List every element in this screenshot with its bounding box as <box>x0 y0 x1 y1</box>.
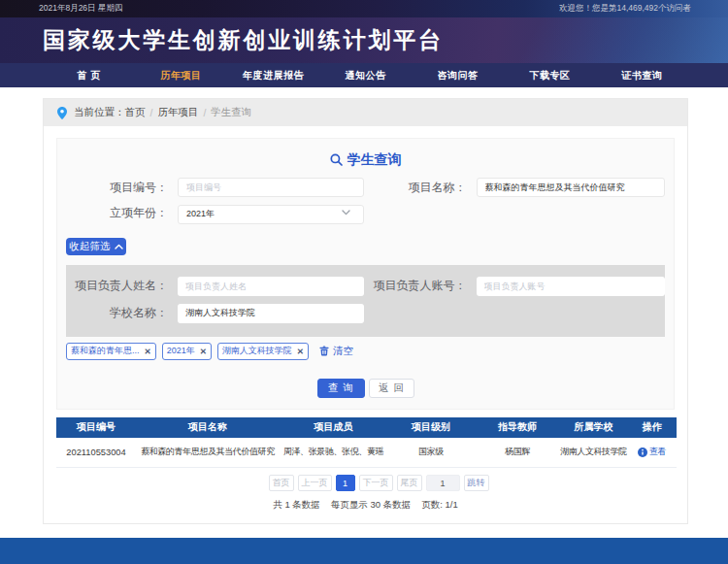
location-pin-icon <box>57 107 67 119</box>
view-detail-label: 查看 <box>649 446 666 458</box>
leader-name-label: 项目负责人姓名： <box>66 278 168 294</box>
form-cell: 项目负责人账号： <box>366 277 666 296</box>
col-header-members: 项目成员 <box>280 417 387 438</box>
page-prev-button[interactable]: 上一页 <box>298 475 332 491</box>
topbar-welcome: 欢迎您！您是第14,469,492个访问者 <box>559 3 691 15</box>
trash-icon <box>319 346 329 356</box>
page-first-button[interactable]: 首页 <box>269 475 294 491</box>
filter-tag-1: 2021年✕ <box>162 343 212 360</box>
form-cell: 项目名称： <box>366 178 666 197</box>
nav-item-3[interactable]: 通知公告 <box>319 63 412 87</box>
year-label: 立项年份： <box>66 205 168 221</box>
year-select[interactable] <box>178 203 364 224</box>
project-code-input[interactable] <box>178 178 364 197</box>
school-name-label: 学校名称： <box>66 305 168 321</box>
col-header-school: 所属学校 <box>560 417 627 438</box>
table-header-row: 项目编号 项目名称 项目成员 项目级别 指导教师 所属学校 操作 <box>56 417 677 438</box>
table-row: 202110553004 蔡和森的青年思想及其当代价值研究 周泽、张景驰、张倪、… <box>56 438 677 468</box>
col-header-name: 项目名称 <box>136 417 280 438</box>
advanced-filter-panel: 项目负责人姓名： 项目负责人账号： 学校名称： <box>66 265 665 337</box>
form-row: 项目负责人姓名： 项目负责人账号： <box>66 277 665 296</box>
nav-item-5[interactable]: 下载专区 <box>504 63 596 87</box>
form-cell: 立项年份： <box>66 203 366 224</box>
nav-item-2[interactable]: 年度进展报告 <box>227 63 319 87</box>
form-cell-empty <box>366 203 666 224</box>
cell-school: 湖南人文科技学院 <box>560 438 627 468</box>
info-icon <box>638 448 647 457</box>
content-inner: 学生查询 项目编号： 项目名称： 立项年份： <box>44 126 687 512</box>
chevron-up-icon <box>115 244 123 249</box>
form-row: 立项年份： <box>66 203 665 224</box>
nav-item-1[interactable]: 历年项目 <box>135 63 227 87</box>
tag-close-icon[interactable]: ✕ <box>145 347 151 356</box>
clear-filters-label: 清空 <box>333 345 353 358</box>
search-card: 学生查询 项目编号： 项目名称： 立项年份： <box>56 138 675 410</box>
site-title: 国家级大学生创新创业训练计划平台 <box>43 25 444 55</box>
col-header-action: 操作 <box>627 417 677 438</box>
view-detail-link[interactable]: 查看 <box>638 446 666 458</box>
school-name-input[interactable] <box>178 304 364 323</box>
filter-tags-row: 蔡和森的青年思...✕2021年✕湖南人文科技学院✕ 清空 <box>66 343 665 360</box>
page-jump-button[interactable]: 跳转 <box>464 475 489 491</box>
page-current-button[interactable]: 1 <box>336 475 355 491</box>
clear-filters-button[interactable]: 清空 <box>319 345 353 358</box>
breadcrumb-section[interactable]: 历年项目 <box>157 106 198 119</box>
footer <box>0 538 728 564</box>
pagination: 首页 上一页 1 下一页 尾页 跳转 <box>56 475 675 491</box>
topbar: 2021年8月26日 星期四 欢迎您！您是第14,469,492个访问者 <box>0 0 728 17</box>
nav-item-0[interactable]: 首 页 <box>43 63 135 87</box>
collapse-filter-label: 收起筛选 <box>70 240 111 253</box>
form-row: 学校名称： <box>66 304 665 323</box>
form-actions: 查询 返回 <box>66 379 665 398</box>
stat-pages: 页数: 1/1 <box>421 499 458 512</box>
project-name-label: 项目名称： <box>366 180 467 196</box>
search-title-text: 学生查询 <box>347 151 402 169</box>
page-next-button[interactable]: 下一页 <box>359 475 393 491</box>
tag-close-icon[interactable]: ✕ <box>200 347 207 356</box>
leader-account-input[interactable] <box>477 277 666 296</box>
cell-members: 周泽、张景驰、张倪、黄瑶 <box>280 438 387 468</box>
breadcrumb-current: 学生查询 <box>211 106 251 119</box>
nav-item-6[interactable]: 证书查询 <box>596 63 688 87</box>
nav-items: 首 页历年项目年度进展报告通知公告咨询问答下载专区证书查询 <box>43 63 688 87</box>
stat-pagesize: 每页显示 30 条数据 <box>331 499 411 512</box>
page-jump-input[interactable] <box>426 475 460 491</box>
page-last-button[interactable]: 尾页 <box>397 475 422 491</box>
cell-teacher: 杨国辉 <box>475 438 560 468</box>
tag-close-icon[interactable]: ✕ <box>297 347 304 356</box>
year-select-value[interactable] <box>178 205 364 224</box>
search-icon <box>330 153 343 166</box>
breadcrumb-prefix: 当前位置： <box>74 106 125 119</box>
breadcrumb-separator: / <box>150 107 153 118</box>
page: 2021年8月26日 星期四 欢迎您！您是第14,469,492个访问者 国家级… <box>0 0 728 564</box>
leader-name-input[interactable] <box>178 277 364 296</box>
stat-total: 共 1 条数据 <box>273 499 320 512</box>
col-header-code: 项目编号 <box>56 417 136 438</box>
cell-level: 国家级 <box>387 438 475 468</box>
footer-gap <box>0 524 728 538</box>
breadcrumb-home[interactable]: 首页 <box>125 106 146 119</box>
form-cell: 项目编号： <box>66 178 366 197</box>
leader-account-label: 项目负责人账号： <box>366 278 467 294</box>
back-button[interactable]: 返回 <box>369 379 414 398</box>
chevron-down-icon <box>342 210 350 216</box>
col-header-teacher: 指导教师 <box>475 417 560 438</box>
cell-project-code: 202110553004 <box>56 438 136 468</box>
project-code-label: 项目编号： <box>66 180 168 196</box>
filter-tag-label: 蔡和森的青年思... <box>71 345 140 357</box>
collapse-filter-button[interactable]: 收起筛选 <box>66 238 126 255</box>
search-title: 学生查询 <box>66 151 665 168</box>
project-name-input[interactable] <box>477 178 666 197</box>
query-button[interactable]: 查询 <box>317 379 365 398</box>
breadcrumb: 当前位置：首页 / 历年项目 / 学生查询 <box>44 99 687 126</box>
breadcrumb-separator: / <box>203 107 206 118</box>
nav-item-4[interactable]: 咨询问答 <box>412 63 504 87</box>
form-cell: 项目负责人姓名： <box>66 277 366 296</box>
main-nav: 首 页历年项目年度进展报告通知公告咨询问答下载专区证书查询 <box>0 63 728 87</box>
content-container: 当前位置：首页 / 历年项目 / 学生查询 学生查询 项目编号： <box>43 98 688 524</box>
form-row: 项目编号： 项目名称： <box>66 178 665 197</box>
filter-tag-label: 2021年 <box>167 345 195 357</box>
filter-tag-label: 湖南人文科技学院 <box>222 345 292 357</box>
cell-project-name: 蔡和森的青年思想及其当代价值研究 <box>136 438 280 468</box>
filter-tag-0: 蔡和森的青年思...✕ <box>66 343 156 360</box>
